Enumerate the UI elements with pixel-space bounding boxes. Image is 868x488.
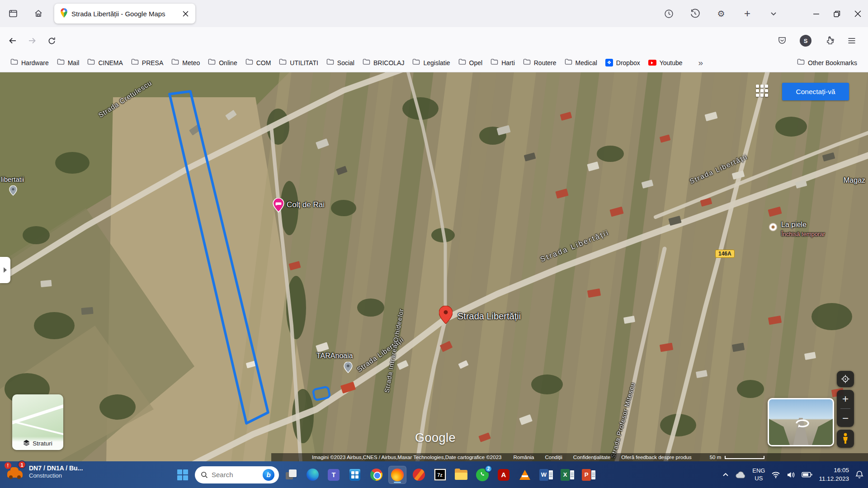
bookmark-label: Youtube bbox=[660, 59, 683, 66]
bookmark-item-utilitati[interactable]: UTILITATI bbox=[275, 56, 322, 69]
attribution-link[interactable]: România bbox=[513, 455, 534, 460]
bookmark-label: PRESA bbox=[142, 59, 163, 66]
layers-control[interactable]: Straturi bbox=[12, 394, 63, 450]
bookmark-item-medical[interactable]: Medical bbox=[561, 56, 601, 69]
clock-datetime[interactable]: 16:0511.12.2023 bbox=[819, 466, 849, 483]
other-bookmarks-folder[interactable]: Other Bookmarks bbox=[793, 56, 862, 69]
bookmark-item-mail[interactable]: Mail bbox=[53, 56, 84, 69]
language-indicator[interactable]: ENGUS bbox=[752, 467, 765, 483]
start-button[interactable] bbox=[174, 466, 192, 484]
window-close-button[interactable] bbox=[847, 5, 868, 23]
window-minimize-button[interactable] bbox=[806, 5, 826, 23]
pegman-button[interactable] bbox=[837, 430, 854, 448]
new-tab-plus-icon[interactable]: + bbox=[741, 7, 754, 20]
history-icon[interactable] bbox=[688, 7, 702, 20]
bookmark-item-hardware[interactable]: Hardware bbox=[6, 56, 53, 69]
bookmarks-overflow-chevron-icon[interactable]: » bbox=[695, 58, 707, 68]
edge-icon[interactable] bbox=[303, 466, 321, 484]
bookmark-item-cinema[interactable]: CINEMA bbox=[83, 56, 127, 69]
sign-in-button[interactable]: Conectați-vă bbox=[782, 83, 849, 100]
bookmark-item-meteo[interactable]: Meteo bbox=[167, 56, 204, 69]
window-restore-button[interactable] bbox=[826, 5, 847, 23]
volume-icon[interactable] bbox=[787, 471, 795, 479]
browser-tab-active[interactable]: Strada Libertății - Google Maps bbox=[54, 4, 195, 24]
poi-label-colt-de-rai[interactable]: Colț de Rai bbox=[287, 200, 325, 209]
widget-count-badge: 1 bbox=[18, 460, 26, 469]
powerpoint-icon[interactable]: P bbox=[580, 466, 598, 484]
taranoaia-poi-icon[interactable] bbox=[344, 362, 353, 375]
bookmark-item-social[interactable]: Social bbox=[322, 56, 359, 69]
red-destination-marker[interactable] bbox=[439, 306, 453, 324]
ccleaner-icon[interactable] bbox=[410, 466, 428, 484]
whatsapp-icon[interactable]: 2 bbox=[473, 466, 491, 484]
bookmark-item-routere[interactable]: Routere bbox=[519, 56, 561, 69]
bookmark-item-harti[interactable]: Harti bbox=[486, 56, 519, 69]
onedrive-cloud-icon[interactable] bbox=[735, 471, 746, 479]
acrobat-icon[interactable]: A bbox=[495, 466, 513, 484]
folder-icon bbox=[326, 58, 334, 67]
bookmark-item-bricolaj[interactable]: BRICOLAJ bbox=[359, 56, 408, 69]
google-apps-grid-icon[interactable] bbox=[756, 85, 769, 98]
home-icon[interactable] bbox=[32, 7, 45, 20]
taskbar-search[interactable]: b bbox=[195, 466, 279, 483]
bookmark-item-dropbox[interactable]: ❖Dropbox bbox=[601, 57, 644, 69]
tab-close-icon[interactable] bbox=[180, 8, 191, 19]
account-avatar[interactable]: S bbox=[798, 33, 813, 48]
bookmark-item-youtube[interactable]: Youtube bbox=[644, 57, 687, 69]
attribution-link[interactable]: Confidențialitate bbox=[573, 455, 610, 460]
reload-icon[interactable] bbox=[44, 33, 59, 48]
tab-list-chevron-icon[interactable] bbox=[767, 7, 780, 20]
wifi-icon[interactable] bbox=[771, 471, 780, 479]
bing-icon[interactable]: b bbox=[263, 469, 274, 481]
bookmark-item-online[interactable]: Online bbox=[204, 56, 241, 69]
chrome-icon[interactable] bbox=[367, 466, 385, 484]
menu-hamburger-icon[interactable] bbox=[844, 33, 859, 48]
excel-icon[interactable]: X bbox=[558, 466, 576, 484]
bookmark-item-opel[interactable]: Opel bbox=[454, 56, 487, 69]
word-icon[interactable]: W bbox=[537, 466, 555, 484]
whatsapp-badge: 2 bbox=[485, 465, 492, 473]
libertatii-poi-icon[interactable] bbox=[9, 185, 17, 198]
folder-icon bbox=[458, 58, 466, 67]
attribution-link[interactable]: Condiții bbox=[545, 455, 562, 460]
poi-label-taranoaia[interactable]: TARAnoaia bbox=[316, 352, 353, 360]
clock-icon[interactable] bbox=[662, 7, 675, 20]
pocket-icon[interactable] bbox=[775, 33, 789, 48]
zoom-out-button[interactable]: − bbox=[837, 411, 854, 425]
lodging-poi-icon[interactable] bbox=[273, 198, 284, 214]
bookmarks-bar: HardwareMailCINEMAPRESAMeteoOnlineCOMUTI… bbox=[0, 53, 868, 72]
vlc-icon[interactable] bbox=[516, 466, 534, 484]
street-view-thumbnail[interactable] bbox=[768, 398, 834, 446]
file-explorer-icon[interactable] bbox=[452, 466, 470, 484]
la-piele-poi-icon[interactable] bbox=[769, 223, 778, 233]
extensions-puzzle-icon[interactable] bbox=[823, 33, 837, 48]
forward-icon[interactable] bbox=[25, 33, 39, 48]
poi-label-la-piele[interactable]: La piele bbox=[781, 221, 807, 229]
settings-gear-icon[interactable]: ⚙ bbox=[714, 7, 728, 20]
tray-chevron-up-icon[interactable] bbox=[722, 472, 729, 478]
notification-bell-icon[interactable] bbox=[855, 470, 863, 479]
bookmark-item-legislatie[interactable]: Legislatie bbox=[408, 56, 454, 69]
bookmark-item-com[interactable]: COM bbox=[241, 56, 275, 69]
taskbar-widget[interactable]: ! 1 DN7 / DN1A / Bu... Construction bbox=[6, 464, 83, 479]
bookmark-item-presa[interactable]: PRESA bbox=[127, 56, 167, 69]
back-icon[interactable] bbox=[5, 33, 20, 48]
teams-icon[interactable]: T bbox=[325, 466, 343, 484]
zoom-in-button[interactable]: + bbox=[837, 392, 854, 406]
folder-icon bbox=[797, 58, 805, 67]
task-view-icon[interactable] bbox=[282, 466, 300, 484]
firefox-icon-active[interactable] bbox=[388, 466, 406, 484]
bookmark-label: COM bbox=[256, 59, 271, 66]
map-canvas[interactable]: Strada Cretulescu Strada Libertății Stra… bbox=[0, 72, 868, 461]
google-logo: Google bbox=[415, 431, 456, 445]
my-location-button[interactable] bbox=[837, 371, 854, 387]
attribution-link[interactable]: Oferă feedback despre produs bbox=[621, 455, 691, 460]
bookmark-label: Social bbox=[337, 59, 354, 66]
microsoft-store-icon[interactable] bbox=[346, 466, 364, 484]
7zip-icon[interactable]: 7z bbox=[431, 466, 449, 484]
bookmark-label: Dropbox bbox=[616, 59, 640, 66]
side-panel-expand-button[interactable] bbox=[0, 257, 10, 283]
firefox-view-icon[interactable] bbox=[6, 7, 20, 20]
taskbar-search-input[interactable] bbox=[212, 471, 259, 479]
battery-icon[interactable] bbox=[802, 472, 812, 478]
